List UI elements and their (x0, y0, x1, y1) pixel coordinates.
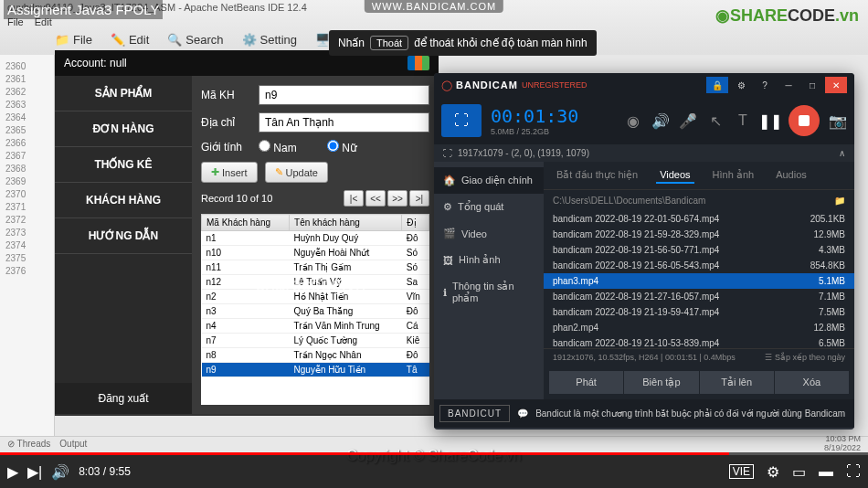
file-item[interactable]: bandicam 2022-08-19 21-10-53-839.mp46.5M… (544, 335, 854, 348)
account-label: Account: null (64, 57, 127, 69)
nav-button[interactable]: << (365, 190, 386, 207)
table-row[interactable]: n12Lê Tuấn VỹSa (202, 275, 429, 290)
fullscreen-button[interactable]: ⛶ (846, 463, 861, 480)
close-icon[interactable]: ✕ (825, 77, 847, 93)
folder-path[interactable]: C:\Users\DELL\Documents\Bandicam (553, 196, 705, 206)
bc-tab[interactable]: Audios (772, 167, 810, 184)
table-header[interactable]: Đị (402, 215, 429, 231)
sort-label[interactable]: ☰ Sắp xếp theo ngày (765, 353, 845, 362)
bc-tab[interactable]: Bắt đầu thực hiện (553, 167, 641, 184)
table-row[interactable]: n2Hồ Nhật TiếnVĩn (202, 290, 429, 304)
player-time: 8:03 / 9:55 (79, 465, 131, 478)
minimize-icon[interactable]: ─ (778, 77, 799, 93)
play-button[interactable]: ▶ (7, 463, 18, 481)
settings-icon[interactable]: ⚙ (730, 77, 752, 93)
record-count: Record 10 of 10 (201, 193, 272, 204)
nav-button[interactable]: >> (387, 190, 408, 207)
text-icon[interactable]: T (734, 111, 752, 130)
sidebar-item[interactable]: SẢN PHẨM (55, 76, 192, 111)
speaker-icon[interactable]: 🔊 (651, 111, 670, 130)
table-header[interactable]: Tên khách hàng (290, 215, 402, 231)
file-stats: 1912x1076, 10.532fps, H264 | 00:01:51 | … (553, 353, 736, 362)
bc-nav-item[interactable]: 🎬Video (434, 220, 544, 247)
diachi-input[interactable] (259, 112, 429, 133)
update-button[interactable]: Update (265, 162, 328, 183)
nav-button[interactable]: |< (344, 190, 364, 207)
theater-button[interactable]: ▬ (819, 463, 833, 480)
table-row[interactable]: n11Trần Thị GấmSó (202, 260, 429, 275)
file-item[interactable]: bandicam 2022-08-19 21-56-05-543.mp4854.… (544, 258, 854, 273)
table-row[interactable]: n10Nguyễn Hoài NhứtSó (202, 246, 429, 260)
file-item[interactable]: bandicam 2022-08-19 21-27-16-057.mp47.1M… (544, 289, 854, 304)
file-item[interactable]: phan3.mp45.1MB (544, 273, 854, 289)
bc-nav-item[interactable]: 🏠Giao diện chính (434, 167, 544, 194)
action-button[interactable]: Xóa (775, 371, 849, 394)
gioitinh-label: Giới tính (201, 141, 251, 154)
lock-icon[interactable]: 🔒 (706, 77, 728, 93)
bc-nav-item[interactable]: 🖼Hình ảnh (434, 247, 544, 273)
webcam-icon[interactable]: ◉ (624, 111, 642, 130)
bandicam-window: ◯ BANDICAM UNREGISTERED 🔒 ⚙ ? ─ □ ✕ ⛶ 00… (434, 73, 854, 430)
nav-button[interactable]: >| (409, 190, 429, 207)
table-row[interactable]: n8Trần Ngọc NhânĐô (202, 348, 429, 363)
insert-button[interactable]: Insert (201, 162, 258, 183)
sidebar-item[interactable]: ĐƠN HÀNG (55, 111, 192, 147)
file-item[interactable]: bandicam 2022-08-19 21-56-50-771.mp44.3M… (544, 242, 854, 258)
action-button[interactable]: Phát (549, 371, 623, 394)
tool-search[interactable]: 🔍Search (167, 33, 223, 47)
cursor-icon[interactable]: ↖ (706, 111, 725, 130)
bc-tab[interactable]: Videos (656, 167, 693, 184)
video-player-bar: ▶ ▶| 🔊 8:03 / 9:55 VIE ⚙ ▭ ▬ ⛶ (0, 455, 868, 488)
dimensions-bar[interactable]: ⛶1917x1079 - (2, 0), (1919, 1079)∧ (434, 144, 854, 162)
page-title: Assigment Java3 FPOLY (4, 0, 163, 19)
table-row[interactable]: n4Trần Văn Minh TrungCá (202, 319, 429, 334)
sidebar-item[interactable]: KHÁCH HÀNG (55, 183, 192, 218)
file-item[interactable]: bandicam 2022-08-19 21-59-28-329.mp412.9… (544, 227, 854, 242)
table-row[interactable]: n3Quý Ba ThắngĐô (202, 304, 429, 319)
mic-icon[interactable]: 🎤 (679, 111, 697, 130)
fullscreen-tooltip: Nhấn Thoát để thoát khỏi chế độ toàn màn… (329, 30, 597, 56)
customer-table[interactable]: Mã Khách hàngTên khách hàngĐịn1Huỳnh Duy… (201, 214, 429, 405)
table-row[interactable]: n7Lý Quốc TườngKiê (202, 334, 429, 348)
file-item[interactable]: bandicam 2022-08-19 21-19-59-417.mp47.5M… (544, 304, 854, 320)
file-item[interactable]: bandicam 2022-08-19 22-01-50-674.mp4205.… (544, 211, 854, 227)
record-button[interactable] (789, 105, 820, 136)
help-icon[interactable]: ? (754, 77, 776, 93)
bandicut-button[interactable]: BANDICUT (439, 405, 510, 422)
diachi-label: Địa chỉ (201, 116, 251, 129)
tool-edit[interactable]: ✏️Edit (111, 33, 149, 47)
file-item[interactable]: phan2.mp412.8MB (544, 320, 854, 335)
fpt-logo-icon (408, 56, 429, 70)
radio-nam[interactable]: Nam (259, 140, 309, 154)
sidebar-item[interactable]: HƯỚNG DẪN (55, 218, 192, 254)
bandicam-watermark: WWW.BANDICAM.COM (365, 0, 503, 13)
volume-icon[interactable]: 🔊 (51, 463, 69, 481)
miniplayer-button[interactable]: ▭ (792, 463, 806, 481)
timer: 00:01:30 (491, 105, 578, 127)
action-button[interactable]: Tải lên (700, 371, 774, 394)
tool-setting[interactable]: ⚙️Setting (242, 33, 297, 47)
cc-button[interactable]: VIE (729, 464, 754, 479)
action-button[interactable]: Biên tập (624, 371, 698, 394)
pause-icon[interactable]: ❚❚ (761, 111, 779, 130)
bc-tab[interactable]: Hình ảnh (709, 167, 758, 184)
radio-nu[interactable]: Nữ (327, 140, 377, 154)
screen-mode-icon[interactable]: ⛶ (441, 104, 482, 137)
table-header[interactable]: Mã Khách hàng (202, 215, 290, 231)
sidebar-item[interactable]: THỐNG KÊ (55, 147, 192, 183)
table-row[interactable]: n9Nguyễn Hữu TiềnTâ (202, 363, 429, 377)
settings-button[interactable]: ⚙ (767, 463, 779, 481)
java-app-window: Account: null SẢN PHẨMĐƠN HÀNGTHỐNG KÊKH… (55, 50, 439, 416)
bc-nav-item[interactable]: ℹThông tin sản phẩm (434, 273, 544, 312)
makh-input[interactable] (259, 85, 429, 105)
next-button[interactable]: ▶| (27, 463, 42, 481)
logout-button[interactable]: Đăng xuất (55, 383, 192, 414)
rec-size: 5.0MB / 25.2GB (491, 127, 578, 136)
folder-open-icon[interactable]: 📁 (834, 196, 845, 206)
tool-file[interactable]: 📁File (55, 33, 92, 47)
table-row[interactable]: n1Huỳnh Duy QuýĐô (202, 231, 429, 246)
camera-icon[interactable]: 📷 (829, 111, 847, 130)
bc-nav-item[interactable]: ⚙Tổng quát (434, 194, 544, 220)
makh-label: Mã KH (201, 89, 251, 101)
maximize-icon[interactable]: □ (801, 77, 823, 93)
